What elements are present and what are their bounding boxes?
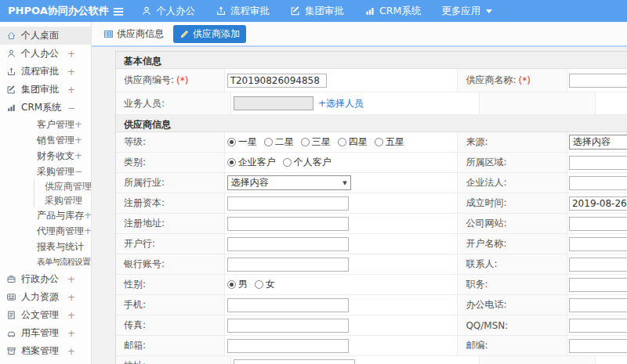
supplier-no-input[interactable] bbox=[227, 74, 327, 88]
sidebar-subitem-supplier-mgmt[interactable]: 供应商管理 bbox=[34, 179, 91, 193]
expander-icon[interactable]: + bbox=[67, 328, 75, 339]
radio-icon[interactable] bbox=[338, 138, 346, 146]
supplier-name-input[interactable] bbox=[569, 74, 627, 88]
address-input[interactable] bbox=[234, 359, 355, 364]
radio-option[interactable]: 四星 bbox=[338, 135, 368, 149]
sidebar-subitem-products-inventory[interactable]: 产品与库存 + bbox=[0, 207, 91, 223]
nav-personal-office[interactable]: 个人办公 bbox=[141, 5, 195, 18]
hamburger-menu-icon[interactable] bbox=[111, 5, 125, 17]
radio-option[interactable]: 企业客户 bbox=[227, 156, 276, 169]
job-title-input[interactable] bbox=[569, 278, 627, 292]
radio-option[interactable]: 个人客户 bbox=[283, 156, 332, 169]
sidebar-item-crm-system[interactable]: CRM系统 − bbox=[0, 99, 91, 117]
radio-icon[interactable] bbox=[227, 138, 236, 146]
choose-person-link[interactable]: +选择人员 bbox=[318, 97, 364, 110]
sidebar-subitem-customer-mgmt[interactable]: 客户管理 + bbox=[0, 117, 91, 132]
registered-address-input[interactable] bbox=[227, 217, 349, 231]
sidebar-item-desktop[interactable]: 个人桌面 bbox=[0, 27, 91, 45]
sidebar-item-vehicle-mgmt[interactable]: 用车管理 + bbox=[0, 324, 91, 342]
radio-icon[interactable] bbox=[227, 158, 236, 167]
radio-option[interactable]: 三星 bbox=[301, 135, 331, 149]
expander-icon[interactable]: + bbox=[67, 274, 75, 285]
tab-supplier-info[interactable]: 供应商信息 bbox=[103, 27, 164, 41]
sidebar-subitem-form-flow-settings[interactable]: 表单与流程设置 + bbox=[0, 254, 91, 270]
sidebar-subitem-purchase-mgmt[interactable]: 采购管理 − bbox=[0, 164, 91, 179]
sidebar-item-group-approval[interactable]: 集团审批 + bbox=[0, 81, 91, 99]
field-label-cell: 公司网站: bbox=[458, 214, 567, 233]
field-label: QQ/MSN: bbox=[466, 320, 508, 331]
field-label: 传真: bbox=[124, 319, 146, 332]
bank-account-input[interactable] bbox=[227, 258, 349, 272]
nav-workflow-approval[interactable]: 流程审批 bbox=[216, 5, 270, 18]
postcode-input[interactable] bbox=[569, 339, 627, 353]
mobile-input[interactable] bbox=[227, 298, 349, 312]
sidebar-item-human-resources[interactable]: 人力资源 + bbox=[0, 288, 91, 306]
qq-msn-input[interactable] bbox=[569, 319, 627, 333]
sales-person-input[interactable] bbox=[234, 96, 314, 110]
form-row: 所属行业: 选择内容▼ 企业法人: bbox=[116, 173, 627, 193]
collapse-icon[interactable]: − bbox=[67, 103, 75, 114]
bank-name-input[interactable] bbox=[227, 237, 349, 251]
expander-icon[interactable]: + bbox=[67, 292, 75, 303]
field-label-cell: 企业法人: bbox=[458, 173, 567, 193]
radio-icon[interactable] bbox=[301, 138, 310, 146]
expander-icon[interactable]: + bbox=[67, 67, 75, 77]
expander-icon[interactable]: + bbox=[74, 135, 82, 146]
radio-icon[interactable] bbox=[255, 280, 263, 289]
expander-icon[interactable]: + bbox=[67, 310, 75, 321]
company-website-input[interactable] bbox=[569, 217, 627, 231]
radio-icon[interactable] bbox=[264, 138, 273, 146]
radio-option[interactable]: 女 bbox=[255, 278, 275, 291]
expander-icon[interactable]: + bbox=[74, 150, 82, 161]
radio-icon[interactable] bbox=[227, 280, 236, 289]
sidebar-item-document-mgmt[interactable]: 公文管理 + bbox=[0, 306, 91, 324]
radio-icon[interactable] bbox=[283, 158, 292, 167]
radio-option[interactable]: 一星 bbox=[227, 135, 257, 149]
sidebar-subitem-purchasing[interactable]: 采购管理 bbox=[34, 193, 91, 207]
nav-group-approval[interactable]: 集团审批 bbox=[290, 5, 344, 18]
collapse-icon[interactable]: − bbox=[74, 166, 82, 177]
industry-select[interactable]: 选择内容▼ bbox=[227, 175, 351, 190]
expander-icon[interactable]: + bbox=[67, 49, 75, 59]
topbar: PHPOA协同办公软件 个人办公 流程审批 集团审批 CRM系统 bbox=[0, 0, 627, 22]
founded-date-input[interactable] bbox=[569, 196, 627, 211]
field-label: 开户行: bbox=[124, 237, 155, 250]
expander-icon[interactable]: + bbox=[74, 119, 82, 130]
account-name-input[interactable] bbox=[569, 237, 627, 251]
office-phone-input[interactable] bbox=[569, 298, 627, 312]
sidebar-subitem-sales-mgmt[interactable]: 销售管理 + bbox=[0, 132, 91, 148]
expander-icon[interactable]: + bbox=[84, 225, 92, 236]
radio-option[interactable]: 五星 bbox=[375, 135, 404, 149]
field-label: 业务人员: bbox=[124, 97, 165, 110]
tab-supplier-add[interactable]: 供应商添加 bbox=[173, 25, 246, 43]
nav-more-apps[interactable]: 更多应用 bbox=[441, 5, 492, 18]
sidebar-item-workflow-approval[interactable]: 流程审批 + bbox=[0, 63, 91, 81]
source-select[interactable]: 选择内容▼ bbox=[569, 135, 627, 150]
registered-capital-input[interactable] bbox=[227, 196, 349, 211]
expander-icon[interactable]: + bbox=[67, 346, 75, 357]
sidebar-subitem-reports-stats[interactable]: 报表与统计 bbox=[0, 239, 91, 254]
fax-input[interactable] bbox=[227, 319, 349, 333]
field-label-cell: 地址: bbox=[116, 356, 231, 364]
contact-person-input[interactable] bbox=[569, 258, 627, 272]
nav-crm-system[interactable]: CRM系统 bbox=[364, 5, 421, 18]
field-cell bbox=[567, 315, 627, 335]
email-input[interactable] bbox=[227, 339, 349, 353]
sidebar-item-personal-office[interactable]: 个人办公 + bbox=[0, 45, 91, 63]
radio-option[interactable]: 二星 bbox=[264, 135, 294, 149]
sidebar-item-label: 采购管理 bbox=[45, 194, 82, 207]
sidebar-subitem-agent-mgmt[interactable]: 代理商管理 + bbox=[0, 223, 91, 239]
expander-icon[interactable]: + bbox=[67, 85, 75, 96]
radio-icon[interactable] bbox=[375, 138, 383, 146]
legal-person-input[interactable] bbox=[569, 176, 627, 190]
table-grid-icon bbox=[103, 29, 114, 39]
field-label: 供应商编号: bbox=[124, 74, 174, 87]
expander-icon[interactable]: + bbox=[84, 210, 92, 221]
sidebar-item-archive-mgmt[interactable]: 档案管理 + bbox=[0, 342, 91, 360]
sidebar-item-admin-office[interactable]: 行政办公 + bbox=[0, 270, 91, 288]
field-cell bbox=[567, 254, 627, 274]
radio-option[interactable]: 男 bbox=[227, 278, 248, 291]
sidebar-subitem-finance[interactable]: 财务收支 + bbox=[0, 148, 91, 164]
field-cell bbox=[567, 173, 627, 193]
region-input[interactable] bbox=[569, 156, 627, 170]
